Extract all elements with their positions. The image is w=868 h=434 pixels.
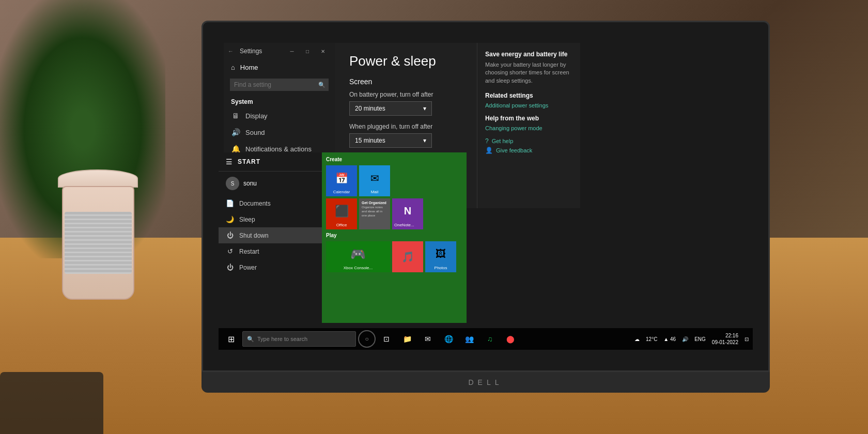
system-section-label: System [224, 94, 335, 107]
give-feedback-item: 👤 Give feedback [485, 147, 572, 154]
tiles-row-1: 📅 Calendar ✉ Mail [326, 165, 462, 196]
restart-label: Restart [239, 248, 259, 255]
laptop-screen-bezel: ← Settings ─ □ ✕ ⌂ Home [202, 21, 770, 372]
calendar-tile-icon: 📅 [328, 167, 355, 189]
tiles-row-3: 🎮 Xbox Console... 🎵 🖼 Photos [326, 241, 462, 272]
get-help-link[interactable]: Get help [492, 138, 514, 144]
tray-clock[interactable]: 22:16 09-01-2022 [710, 331, 740, 347]
taskbar-extra-app-1[interactable]: ⬤ [501, 328, 520, 350]
settings-home-button[interactable]: ⌂ Home [224, 59, 335, 75]
give-feedback-link[interactable]: Give feedback [496, 147, 532, 153]
notifications-icon: 🔔 [231, 145, 240, 153]
tile-photos[interactable]: 🖼 Photos [425, 241, 456, 272]
xbox-tile-label: Xbox Console... [344, 266, 373, 270]
plugged-chevron-icon: ▾ [423, 137, 426, 144]
settings-title: Settings [240, 48, 262, 55]
shutdown-label: Shut down [239, 232, 269, 239]
tile-office[interactable]: ⬛ Office [326, 198, 357, 229]
taskbar-browser[interactable]: 🌐 [439, 328, 458, 350]
tile-calendar[interactable]: 📅 Calendar [326, 165, 357, 196]
tile-xbox[interactable]: 🎮 Xbox Console... [326, 241, 390, 272]
start-user[interactable]: S sonu [219, 172, 322, 195]
start-title: START [238, 158, 260, 165]
tray-temperature[interactable]: 12°C [644, 335, 659, 343]
taskbar-spotify[interactable]: ♫ [480, 328, 500, 350]
tray-volume[interactable]: 🔊 [680, 335, 690, 343]
hamburger-icon[interactable]: ☰ [226, 158, 233, 166]
teams-icon: 👥 [465, 335, 474, 343]
tile-get-organized[interactable]: Get Organized Organize notes and ideas a… [359, 198, 390, 229]
start-button[interactable]: ⊞ [221, 328, 241, 350]
system-tray: ☁ 12°C ▲ 46 🔊 ENG 22:16 09-01-2022 ⊡ [632, 331, 751, 347]
taskbar: ⊞ 🔍 Type here to search ○ ⊡ 📁 ✉ [219, 328, 753, 350]
photos-tile-icon: 🖼 [427, 243, 454, 265]
taskbar-search-bar[interactable]: 🔍 Type here to search [242, 331, 356, 347]
laptop-screen: ← Settings ─ □ ✕ ⌂ Home [211, 30, 761, 350]
cloud-icon: ☁ [634, 336, 640, 342]
start-restart[interactable]: ↺ Restart [219, 243, 322, 259]
close-button[interactable]: ✕ [315, 45, 331, 57]
onenote-tile-icon: N [394, 200, 421, 222]
save-energy-title: Save energy and battery life [485, 51, 572, 58]
tiles-row-2: ⬛ Office Get Organized Organize notes an… [326, 198, 462, 229]
settings-search-input[interactable] [230, 79, 329, 91]
give-feedback-icon: 👤 [485, 147, 493, 154]
additional-power-settings-link[interactable]: Additional power settings [485, 102, 572, 109]
settings-right-panel: Save energy and battery life Make your b… [477, 43, 580, 208]
battery-dropdown[interactable]: 20 minutes ▾ [349, 101, 432, 116]
sleep-icon: 🌙 [226, 215, 234, 223]
sound-label: Sound [245, 129, 265, 136]
calendar-tile-label: Calendar [333, 190, 350, 194]
plugged-value: 15 minutes [355, 137, 385, 144]
user-name: sonu [243, 180, 257, 187]
start-documents[interactable]: 📄 Documents [219, 195, 322, 211]
related-settings-section: Related settings Additional power settin… [485, 92, 572, 109]
get-organized-text: Organize notes and ideas all in one plac… [362, 206, 388, 218]
start-shutdown[interactable]: ⏻ Shut down [219, 227, 322, 243]
sidebar-item-sound[interactable]: 🔊 Sound [224, 124, 335, 141]
display-label: Display [245, 112, 268, 120]
get-help-icon: ? [485, 137, 489, 145]
phone [0, 372, 103, 434]
feedback-section: ? Get help 👤 Give feedback [485, 137, 572, 154]
taskbar-teams[interactable]: 👥 [459, 328, 479, 350]
start-tiles-panel: Create 📅 Calendar ✉ Mail ⬛ [322, 152, 467, 323]
tile-groove[interactable]: 🎵 [392, 241, 423, 272]
settings-search-container: 🔍 [230, 79, 329, 91]
plugged-dropdown[interactable]: 15 minutes ▾ [349, 133, 432, 148]
xbox-tile-icon: 🎮 [328, 243, 388, 265]
minimize-button[interactable]: ─ [284, 45, 300, 57]
taskbar-task-view[interactable]: ⊡ [377, 328, 396, 350]
file-explorer-icon: 📁 [403, 335, 412, 343]
taskbar-mail-app[interactable]: ✉ [418, 328, 438, 350]
taskbar-file-explorer[interactable]: 📁 [397, 328, 417, 350]
tray-cloud-icon[interactable]: ☁ [632, 335, 642, 343]
onenote-tile-label: OneNote... [394, 223, 414, 227]
tile-onenote[interactable]: N OneNote... [392, 198, 423, 229]
changing-power-link[interactable]: Changing power mode [485, 125, 572, 131]
power-icon: ⏻ [226, 264, 234, 271]
power-label: Power [239, 264, 257, 271]
tray-notification-center[interactable]: ⊡ [742, 335, 751, 343]
taskbar-search-placeholder: Type here to search [257, 336, 307, 342]
tray-battery[interactable]: ▲ 46 [661, 335, 678, 343]
tray-language[interactable]: ENG [692, 335, 708, 343]
back-button[interactable]: ← [228, 48, 234, 54]
save-energy-section: Save energy and battery life Make your b… [485, 51, 572, 85]
sidebar-item-display[interactable]: 🖥 Display [224, 107, 335, 124]
mail-tile-icon: ✉ [361, 167, 388, 189]
tile-mail[interactable]: ✉ Mail [359, 165, 390, 196]
user-avatar: S [226, 177, 239, 190]
screen-section-title: Screen [349, 78, 462, 86]
page-title: Power & sleep [349, 53, 462, 69]
play-section-label: Play [326, 233, 462, 238]
maximize-button[interactable]: □ [300, 45, 315, 57]
volume-icon: 🔊 [682, 336, 688, 342]
mail-tile-label: Mail [371, 190, 379, 194]
start-power[interactable]: ⏻ Power [219, 259, 322, 275]
cortana-button[interactable]: ○ [358, 330, 376, 348]
settings-titlebar: ← Settings ─ □ ✕ [224, 43, 335, 59]
notification-icon: ⊡ [745, 336, 749, 342]
start-sleep[interactable]: 🌙 Sleep [219, 211, 322, 227]
office-tile-label: Office [336, 223, 347, 227]
